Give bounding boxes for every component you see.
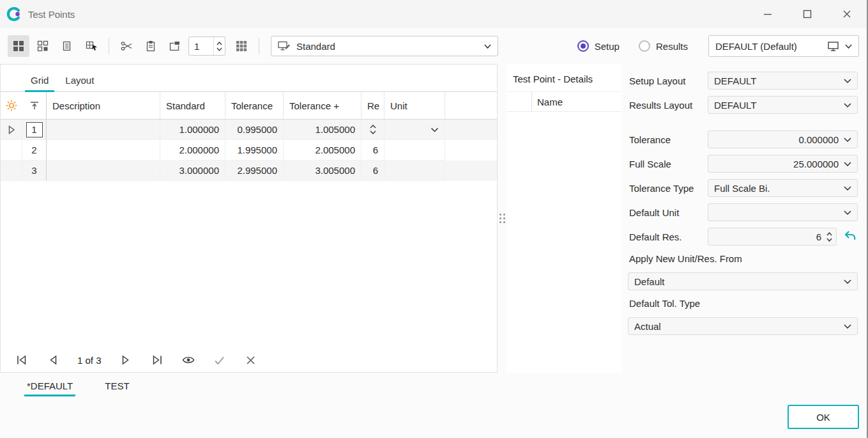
unit-dropdown-chevron-icon[interactable] <box>430 127 439 132</box>
tolerance-type-combo[interactable]: Full Scale Bi. <box>708 179 858 197</box>
sheet-tab-test[interactable]: TEST <box>103 375 130 396</box>
res-cell[interactable]: 6 <box>362 160 385 181</box>
details-panel: Test Point - Details Name <box>506 64 621 373</box>
close-button[interactable] <box>827 0 867 28</box>
card-view-button[interactable] <box>32 35 54 57</box>
apply-from-combo[interactable]: Default <box>628 272 858 290</box>
chevron-down-icon <box>844 210 851 215</box>
table-row[interactable]: 3 3.000000 2.995000 3.005000 6 <box>1 160 497 181</box>
nav-last-button[interactable] <box>150 353 164 367</box>
full-scale-combo[interactable]: 25.000000 <box>708 155 858 173</box>
row-number[interactable]: 2 <box>22 140 47 160</box>
setup-layout-combo[interactable]: DEFAULT <box>708 72 858 90</box>
row-gutter <box>1 120 22 140</box>
description-cell[interactable] <box>47 140 160 160</box>
standard-cell[interactable]: 2.000000 <box>160 140 225 160</box>
nav-prev-button[interactable] <box>46 353 60 367</box>
unit-cell[interactable] <box>385 120 445 140</box>
current-row-icon <box>8 125 15 134</box>
results-layout-combo[interactable]: DEFAULT <box>708 96 858 114</box>
row-number-cell[interactable]: 1 <box>22 120 47 140</box>
standard-cell[interactable]: 1.000000 <box>160 120 225 140</box>
grid-cursor-button[interactable] <box>80 35 102 57</box>
test-points-window: Test Points <box>0 0 868 438</box>
nav-first-button[interactable] <box>15 353 29 367</box>
commit-check-icon <box>214 356 225 365</box>
tolerance-plus-cell[interactable]: 3.005000 <box>284 160 362 181</box>
default-unit-combo[interactable] <box>708 203 858 221</box>
chevron-down-icon <box>844 186 851 191</box>
ok-button[interactable]: OK <box>788 405 859 429</box>
details-title: Test Point - Details <box>506 64 621 91</box>
standard-cell[interactable]: 3.000000 <box>160 160 225 181</box>
chevron-down-icon <box>844 162 851 166</box>
row-count-spinner[interactable]: 1 <box>188 36 225 56</box>
default-tol-type-combo[interactable]: Actual <box>628 317 858 335</box>
details-gutter <box>506 92 532 111</box>
spinner-arrows[interactable] <box>826 232 832 242</box>
row-number: 1 <box>26 122 43 137</box>
row-number[interactable]: 3 <box>22 160 47 181</box>
undo-button[interactable] <box>842 230 858 244</box>
nav-first-icon <box>16 355 27 365</box>
unit-cell[interactable] <box>385 160 445 181</box>
column-header-description[interactable]: Description <box>47 92 160 119</box>
panel-splitter[interactable] <box>498 64 506 373</box>
nav-next-button[interactable] <box>119 353 133 367</box>
layout-profile-dropdown[interactable]: DEFAULT (Default) <box>708 35 859 57</box>
row-gutter <box>1 140 22 160</box>
record-navigator: 1 of 3 <box>1 348 497 372</box>
grid-style-combo[interactable]: Standard <box>271 36 498 56</box>
minimize-button[interactable] <box>748 0 788 28</box>
tolerance-combo[interactable]: 0.000000 <box>708 130 858 148</box>
description-cell[interactable] <box>47 120 160 140</box>
commit-button[interactable] <box>213 353 227 367</box>
description-cell[interactable] <box>47 160 160 181</box>
column-header-unit[interactable]: Unit <box>385 92 445 119</box>
header-row-selector[interactable] <box>22 92 47 119</box>
res-cell[interactable] <box>362 120 385 140</box>
column-header-standard[interactable]: Standard <box>160 92 225 119</box>
table-row[interactable]: 1 1.000000 0.995000 1.005000 <box>1 120 497 140</box>
sheet-tab-default[interactable]: *DEFAULT <box>26 375 74 396</box>
preview-button[interactable] <box>181 353 195 367</box>
table-row[interactable]: 2 2.000000 1.995000 2.005000 6 <box>1 140 497 160</box>
cancel-edit-button[interactable] <box>244 353 258 367</box>
default-res-spinner[interactable]: 6 <box>708 228 837 246</box>
res-spinner[interactable] <box>370 125 376 134</box>
tolerance-type-value: Full Scale Bi. <box>714 183 844 194</box>
tolerance-minus-cell[interactable]: 0.995000 <box>225 120 284 140</box>
chevron-down-icon <box>844 279 851 284</box>
tab-layout[interactable]: Layout <box>57 69 102 91</box>
tolerance-plus-cell[interactable]: 2.005000 <box>284 140 362 160</box>
column-header-tolerance-plus[interactable]: Tolerance + <box>284 92 362 119</box>
insert-block-button[interactable] <box>164 35 186 57</box>
copy-grid-button[interactable] <box>56 35 78 57</box>
cut-button[interactable] <box>116 35 137 57</box>
spinner-arrows[interactable] <box>213 37 225 55</box>
paste-button[interactable] <box>140 35 162 57</box>
column-header-tolerance-minus[interactable]: Tolerance <box>225 92 284 119</box>
mode-radio-setup[interactable]: Setup <box>577 40 620 52</box>
details-name-header[interactable]: Name <box>532 92 621 111</box>
unit-cell[interactable] <box>385 140 445 160</box>
grid-columns-button[interactable] <box>231 35 252 57</box>
table-view-button[interactable] <box>8 35 29 57</box>
chevron-up-icon <box>217 42 222 45</box>
tab-grid[interactable]: Grid <box>22 69 57 91</box>
tolerance-minus-cell[interactable]: 2.995000 <box>225 160 284 181</box>
row-gutter <box>1 160 22 181</box>
res-cell[interactable]: 6 <box>362 140 385 160</box>
copy-grid-icon <box>61 40 73 52</box>
toolbar-separator <box>109 38 109 54</box>
tolerance-minus-cell[interactable]: 1.995000 <box>225 140 284 160</box>
chevron-down-icon <box>844 137 851 142</box>
column-header-res[interactable]: Re <box>362 92 385 119</box>
header-gutter[interactable] <box>1 92 22 119</box>
insert-block-icon <box>169 40 181 52</box>
nav-prev-icon <box>49 355 57 365</box>
tolerance-plus-cell[interactable]: 1.005000 <box>284 120 362 140</box>
maximize-button[interactable] <box>788 0 827 28</box>
card-view-icon <box>37 40 49 52</box>
mode-radio-results[interactable]: Results <box>639 40 688 52</box>
